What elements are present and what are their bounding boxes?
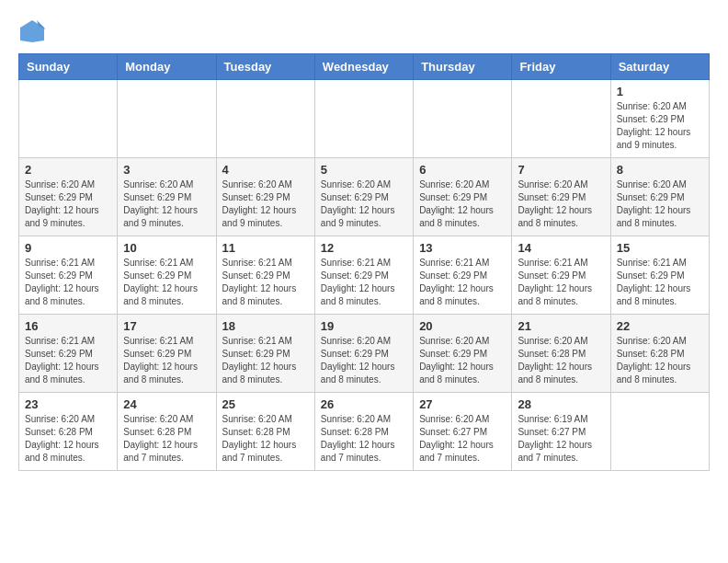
day-number: 3 xyxy=(123,163,210,177)
day-number: 21 xyxy=(518,319,604,333)
day-number: 5 xyxy=(321,163,407,177)
calendar-cell: 1Sunrise: 6:20 AM Sunset: 6:29 PM Daylig… xyxy=(610,80,709,158)
calendar-cell: 16Sunrise: 6:21 AM Sunset: 6:29 PM Dayli… xyxy=(19,315,118,393)
day-info: Sunrise: 6:20 AM Sunset: 6:29 PM Dayligh… xyxy=(123,178,210,230)
day-number: 22 xyxy=(617,319,703,333)
calendar-cell: 5Sunrise: 6:20 AM Sunset: 6:29 PM Daylig… xyxy=(314,158,413,236)
calendar-cell: 20Sunrise: 6:20 AM Sunset: 6:29 PM Dayli… xyxy=(414,315,512,393)
day-number: 26 xyxy=(321,397,407,411)
day-number: 2 xyxy=(25,163,111,177)
header-friday: Friday xyxy=(512,54,610,80)
day-info: Sunrise: 6:20 AM Sunset: 6:28 PM Dayligh… xyxy=(321,413,407,465)
day-info: Sunrise: 6:21 AM Sunset: 6:29 PM Dayligh… xyxy=(25,335,111,386)
day-info: Sunrise: 6:20 AM Sunset: 6:28 PM Dayligh… xyxy=(617,335,703,386)
header-saturday: Saturday xyxy=(610,54,709,80)
calendar-cell: 4Sunrise: 6:20 AM Sunset: 6:29 PM Daylig… xyxy=(216,158,314,236)
day-info: Sunrise: 6:20 AM Sunset: 6:28 PM Dayligh… xyxy=(222,413,309,465)
calendar-cell: 22Sunrise: 6:20 AM Sunset: 6:28 PM Dayli… xyxy=(610,315,709,393)
day-info: Sunrise: 6:21 AM Sunset: 6:29 PM Dayligh… xyxy=(617,257,703,308)
day-info: Sunrise: 6:21 AM Sunset: 6:29 PM Dayligh… xyxy=(123,257,210,308)
day-info: Sunrise: 6:21 AM Sunset: 6:29 PM Dayligh… xyxy=(123,335,210,386)
calendar-cell: 13Sunrise: 6:21 AM Sunset: 6:29 PM Dayli… xyxy=(414,236,512,315)
day-number: 1 xyxy=(617,85,703,98)
week-row-3: 16Sunrise: 6:21 AM Sunset: 6:29 PM Dayli… xyxy=(19,315,710,393)
day-number: 10 xyxy=(123,241,210,255)
day-info: Sunrise: 6:20 AM Sunset: 6:29 PM Dayligh… xyxy=(617,100,703,152)
header-wednesday: Wednesday xyxy=(314,54,413,80)
svg-marker-0 xyxy=(20,20,44,42)
calendar-cell: 2Sunrise: 6:20 AM Sunset: 6:29 PM Daylig… xyxy=(19,158,118,236)
calendar-cell xyxy=(314,80,413,158)
calendar-cell: 18Sunrise: 6:21 AM Sunset: 6:29 PM Dayli… xyxy=(216,315,314,393)
day-info: Sunrise: 6:20 AM Sunset: 6:29 PM Dayligh… xyxy=(518,178,604,230)
calendar-cell xyxy=(610,393,709,471)
calendar-cell: 23Sunrise: 6:20 AM Sunset: 6:28 PM Dayli… xyxy=(19,393,118,471)
week-row-2: 9Sunrise: 6:21 AM Sunset: 6:29 PM Daylig… xyxy=(19,236,710,315)
header-tuesday: Tuesday xyxy=(216,54,314,80)
calendar-cell: 17Sunrise: 6:21 AM Sunset: 6:29 PM Dayli… xyxy=(118,315,216,393)
header-monday: Monday xyxy=(118,54,216,80)
calendar-cell: 8Sunrise: 6:20 AM Sunset: 6:29 PM Daylig… xyxy=(610,158,709,236)
calendar-cell: 26Sunrise: 6:20 AM Sunset: 6:28 PM Dayli… xyxy=(314,393,413,471)
day-number: 13 xyxy=(419,241,506,255)
header-sunday: Sunday xyxy=(19,54,118,80)
day-number: 15 xyxy=(617,241,703,255)
day-number: 23 xyxy=(25,397,111,411)
day-number: 9 xyxy=(25,241,111,255)
day-info: Sunrise: 6:20 AM Sunset: 6:27 PM Dayligh… xyxy=(419,413,506,465)
calendar-cell xyxy=(19,80,118,158)
day-number: 12 xyxy=(321,241,407,255)
header xyxy=(18,18,710,44)
week-row-4: 23Sunrise: 6:20 AM Sunset: 6:28 PM Dayli… xyxy=(19,393,710,471)
day-number: 27 xyxy=(419,397,506,411)
calendar: SundayMondayTuesdayWednesdayThursdayFrid… xyxy=(18,53,710,471)
calendar-cell: 11Sunrise: 6:21 AM Sunset: 6:29 PM Dayli… xyxy=(216,236,314,315)
day-number: 20 xyxy=(419,319,506,333)
calendar-cell: 9Sunrise: 6:21 AM Sunset: 6:29 PM Daylig… xyxy=(19,236,118,315)
day-number: 16 xyxy=(25,319,111,333)
day-number: 17 xyxy=(123,319,210,333)
day-info: Sunrise: 6:20 AM Sunset: 6:28 PM Dayligh… xyxy=(123,413,210,465)
calendar-cell: 3Sunrise: 6:20 AM Sunset: 6:29 PM Daylig… xyxy=(118,158,216,236)
logo-icon xyxy=(18,18,46,44)
day-number: 4 xyxy=(222,163,309,177)
day-info: Sunrise: 6:20 AM Sunset: 6:28 PM Dayligh… xyxy=(518,335,604,386)
calendar-cell xyxy=(118,80,216,158)
calendar-cell xyxy=(216,80,314,158)
calendar-cell: 24Sunrise: 6:20 AM Sunset: 6:28 PM Dayli… xyxy=(118,393,216,471)
calendar-cell: 25Sunrise: 6:20 AM Sunset: 6:28 PM Dayli… xyxy=(216,393,314,471)
day-info: Sunrise: 6:20 AM Sunset: 6:29 PM Dayligh… xyxy=(321,335,407,386)
week-row-1: 2Sunrise: 6:20 AM Sunset: 6:29 PM Daylig… xyxy=(19,158,710,236)
day-info: Sunrise: 6:21 AM Sunset: 6:29 PM Dayligh… xyxy=(222,257,309,308)
calendar-cell: 10Sunrise: 6:21 AM Sunset: 6:29 PM Dayli… xyxy=(118,236,216,315)
day-info: Sunrise: 6:20 AM Sunset: 6:29 PM Dayligh… xyxy=(419,335,506,386)
logo xyxy=(18,18,50,44)
calendar-cell xyxy=(414,80,512,158)
day-info: Sunrise: 6:21 AM Sunset: 6:29 PM Dayligh… xyxy=(321,257,407,308)
week-row-0: 1Sunrise: 6:20 AM Sunset: 6:29 PM Daylig… xyxy=(19,80,710,158)
day-info: Sunrise: 6:20 AM Sunset: 6:29 PM Dayligh… xyxy=(25,178,111,230)
calendar-cell: 27Sunrise: 6:20 AM Sunset: 6:27 PM Dayli… xyxy=(414,393,512,471)
calendar-cell: 28Sunrise: 6:19 AM Sunset: 6:27 PM Dayli… xyxy=(512,393,610,471)
day-number: 24 xyxy=(123,397,210,411)
calendar-cell: 19Sunrise: 6:20 AM Sunset: 6:29 PM Dayli… xyxy=(314,315,413,393)
calendar-cell: 6Sunrise: 6:20 AM Sunset: 6:29 PM Daylig… xyxy=(414,158,512,236)
day-number: 28 xyxy=(518,397,604,411)
day-number: 19 xyxy=(321,319,407,333)
day-info: Sunrise: 6:21 AM Sunset: 6:29 PM Dayligh… xyxy=(222,335,309,386)
calendar-cell: 7Sunrise: 6:20 AM Sunset: 6:29 PM Daylig… xyxy=(512,158,610,236)
calendar-header-row: SundayMondayTuesdayWednesdayThursdayFrid… xyxy=(19,54,710,80)
day-number: 6 xyxy=(419,163,506,177)
day-info: Sunrise: 6:21 AM Sunset: 6:29 PM Dayligh… xyxy=(518,257,604,308)
day-number: 11 xyxy=(222,241,309,255)
day-info: Sunrise: 6:20 AM Sunset: 6:29 PM Dayligh… xyxy=(617,178,703,230)
calendar-cell xyxy=(512,80,610,158)
day-info: Sunrise: 6:20 AM Sunset: 6:29 PM Dayligh… xyxy=(321,178,407,230)
day-info: Sunrise: 6:20 AM Sunset: 6:28 PM Dayligh… xyxy=(25,413,111,465)
calendar-cell: 14Sunrise: 6:21 AM Sunset: 6:29 PM Dayli… xyxy=(512,236,610,315)
calendar-cell: 21Sunrise: 6:20 AM Sunset: 6:28 PM Dayli… xyxy=(512,315,610,393)
day-number: 25 xyxy=(222,397,309,411)
header-thursday: Thursday xyxy=(414,54,512,80)
day-info: Sunrise: 6:20 AM Sunset: 6:29 PM Dayligh… xyxy=(222,178,309,230)
calendar-cell: 15Sunrise: 6:21 AM Sunset: 6:29 PM Dayli… xyxy=(610,236,709,315)
